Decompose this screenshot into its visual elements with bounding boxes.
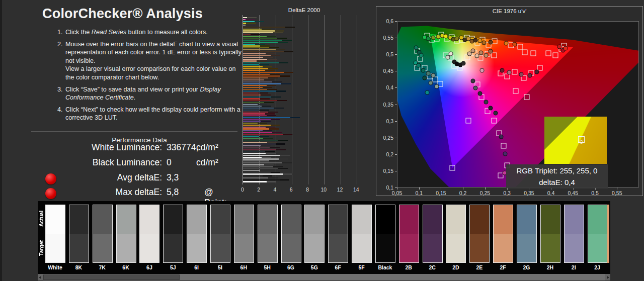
cie-measured-point[interactable]: [435, 84, 439, 88]
cie-target-square[interactable]: [546, 50, 551, 56]
cie-measured-point[interactable]: [429, 81, 433, 85]
swatch-column-2C[interactable]: [423, 205, 443, 263]
swatch-column-5H[interactable]: [258, 205, 278, 263]
cie-measured-point[interactable]: [480, 68, 485, 72]
cie-measured-point[interactable]: [431, 35, 435, 40]
cie-measured-point[interactable]: [500, 68, 505, 73]
cie-measured-point[interactable]: [431, 73, 435, 78]
cie-measured-point[interactable]: [507, 70, 512, 75]
swatch-column-2I[interactable]: [564, 205, 584, 263]
cie-measured-point[interactable]: [426, 71, 430, 75]
cie-measured-point[interactable]: [494, 111, 498, 115]
cie-measured-point[interactable]: [419, 53, 424, 58]
cie-measured-point[interactable]: [425, 90, 430, 95]
deltae-chart-title: DeltaE 2000: [243, 7, 366, 13]
cie-measured-point[interactable]: [474, 53, 479, 58]
cie-measured-point[interactable]: [534, 70, 539, 74]
cie-measured-point[interactable]: [499, 134, 503, 139]
swatch-column-6J[interactable]: [139, 205, 159, 263]
cie-x-tick-label: 0,15: [436, 190, 446, 196]
swatch-column-5J[interactable]: [163, 205, 183, 263]
swatch-column-6I[interactable]: [187, 205, 207, 263]
swatch-label: 2E: [469, 264, 490, 270]
deltae-bar-fill: [243, 172, 271, 173]
colorchecker-analysis-screen: ColorChecker® Analysis Click the Read Se…: [0, 0, 644, 281]
cie-measured-point[interactable]: [484, 100, 488, 104]
cie-target-square[interactable]: [513, 88, 519, 94]
strip-scrollbar[interactable]: [38, 274, 610, 280]
swatch-column-2H[interactable]: [540, 205, 560, 263]
swatch-column-2B[interactable]: [399, 205, 419, 263]
cie-measured-point[interactable]: [422, 75, 427, 80]
instruction-text: button to measure all colors.: [126, 29, 208, 36]
cie-measured-point[interactable]: [488, 40, 493, 44]
cie-target-square[interactable]: [517, 44, 523, 50]
cie-measured-point[interactable]: [504, 41, 508, 46]
swatch-actual: [494, 205, 513, 234]
swatch-target: [352, 234, 371, 262]
cie-measured-point[interactable]: [421, 68, 425, 73]
swatch-column-6G[interactable]: [281, 205, 301, 263]
deltae-bar-fill: [243, 40, 282, 41]
cie-measured-point[interactable]: [488, 106, 493, 110]
cie-measured-point[interactable]: [426, 36, 430, 41]
cie-target-square[interactable]: [512, 69, 518, 75]
cie-measured-point[interactable]: [416, 63, 421, 67]
cie-target-square[interactable]: [530, 50, 536, 56]
scrollbar-left-arrow-icon[interactable]: [38, 274, 43, 280]
swatch-column-6K[interactable]: [116, 205, 136, 263]
cie-measured-point[interactable]: [519, 72, 523, 76]
swatch-column-5G[interactable]: [304, 205, 325, 263]
deltae-bar-fill: [243, 177, 268, 178]
black-luminance-value: 0: [167, 157, 172, 168]
swatch-column-2J[interactable]: [588, 205, 608, 263]
swatch-column-6F[interactable]: [328, 205, 348, 263]
cie-measured-point[interactable]: [455, 36, 459, 41]
cie-measured-point[interactable]: [449, 51, 453, 56]
cie-measured-point[interactable]: [528, 73, 532, 78]
cie-target-square[interactable]: [491, 118, 497, 124]
swatch-column-2E[interactable]: [469, 205, 490, 263]
cie-measured-point[interactable]: [470, 79, 475, 83]
swatch-label: 5J: [163, 264, 183, 270]
swatch-actual: [117, 205, 136, 234]
cie-measured-point[interactable]: [414, 45, 419, 50]
cie-measured-point[interactable]: [482, 41, 487, 45]
cie-measured-point[interactable]: [477, 39, 482, 43]
cie-target-square[interactable]: [466, 118, 471, 124]
cie-measured-point[interactable]: [484, 53, 488, 58]
swatch-column-2F[interactable]: [493, 205, 513, 263]
swatch-column-8K[interactable]: [69, 205, 89, 263]
cie-measured-point[interactable]: [461, 61, 465, 65]
cie-measured-point[interactable]: [446, 55, 450, 60]
swatch-column-5F[interactable]: [352, 205, 372, 263]
cie-measured-point[interactable]: [513, 42, 517, 46]
cie-measured-point[interactable]: [473, 86, 478, 90]
cie-target-square[interactable]: [449, 165, 455, 170]
swatch-column-6H[interactable]: [234, 205, 254, 263]
cie-measured-point[interactable]: [563, 46, 568, 50]
swatch-column-7K[interactable]: [93, 205, 113, 263]
scrollbar-thumb[interactable]: [43, 274, 180, 280]
cie-measured-point[interactable]: [503, 152, 508, 156]
swatch-column-White[interactable]: [45, 205, 65, 263]
cie-measured-point[interactable]: [443, 34, 448, 38]
cie-measured-point[interactable]: [470, 48, 475, 53]
swatch-column-2D[interactable]: [446, 205, 466, 263]
partial-swatch: [607, 205, 609, 263]
cie-measured-point[interactable]: [479, 50, 484, 55]
cie-target-square[interactable]: [552, 53, 558, 58]
cie-target-square[interactable]: [524, 95, 529, 100]
cie-target-square[interactable]: [492, 38, 498, 44]
cie-measured-point[interactable]: [488, 49, 493, 54]
swatch-column-2G[interactable]: [517, 205, 537, 263]
cie-target-square[interactable]: [501, 143, 506, 148]
scrollbar-right-arrow-icon[interactable]: [605, 274, 610, 280]
deltae-bar-fill: [243, 119, 271, 120]
cie-measured-point[interactable]: [473, 38, 478, 42]
cie-measured-point[interactable]: [477, 91, 482, 96]
swatch-column-Black[interactable]: [375, 205, 395, 263]
cie-target-square[interactable]: [522, 49, 527, 55]
swatch-column-5I[interactable]: [210, 205, 230, 263]
cie-target-square[interactable]: [491, 53, 497, 58]
